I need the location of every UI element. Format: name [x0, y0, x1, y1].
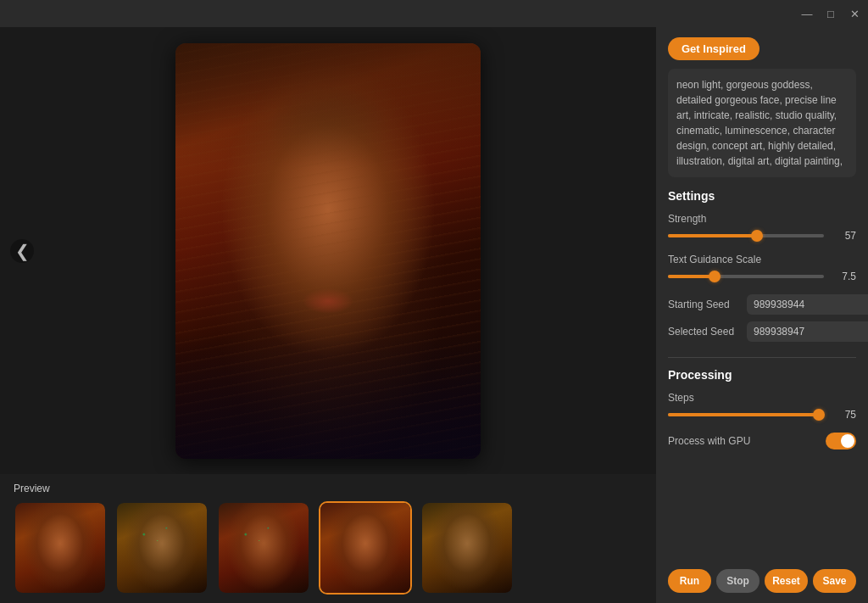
steps-slider[interactable]: [668, 413, 824, 416]
starting-seed-input[interactable]: [747, 294, 868, 315]
prompt-text: neon light, gorgeous goddess, detailed g…: [668, 69, 856, 177]
processing-title: Processing: [668, 368, 856, 382]
main-content: ❮ Preview: [0, 27, 868, 603]
steps-value: 75: [831, 409, 856, 421]
get-inspired-button[interactable]: Get Inspired: [668, 37, 760, 60]
image-area: ❮: [0, 27, 656, 474]
thumb-face-2: [117, 503, 207, 593]
text-guidance-track: [668, 275, 715, 278]
gpu-label: Process with GPU: [668, 435, 750, 447]
thumb-face-3: [219, 503, 309, 593]
thumbnail-1[interactable]: [14, 501, 107, 595]
text-guidance-label: Text Guidance Scale: [668, 254, 856, 265]
thumbnail-3[interactable]: [217, 501, 310, 595]
text-guidance-slider-row: 7.5: [668, 271, 856, 282]
strength-thumb[interactable]: [751, 230, 763, 242]
selected-seed-input[interactable]: [747, 321, 868, 342]
text-guidance-slider[interactable]: [668, 275, 824, 278]
main-image: [175, 43, 481, 459]
selected-seed-label: Selected Seed: [668, 326, 740, 338]
toggle-knob: [841, 434, 854, 448]
prev-image-button[interactable]: ❮: [10, 239, 34, 263]
preview-label: Preview: [14, 483, 643, 494]
starting-seed-row: Starting Seed ↻: [668, 294, 856, 315]
strength-label: Strength: [668, 213, 856, 225]
close-button[interactable]: ✕: [848, 7, 861, 20]
strength-slider[interactable]: [668, 234, 824, 237]
thumb-face-4: [320, 503, 410, 593]
strength-slider-row: 57: [668, 230, 856, 242]
save-button[interactable]: Save: [813, 569, 856, 593]
minimize-button[interactable]: —: [800, 7, 814, 20]
action-buttons: Run Stop Reset Save: [668, 562, 856, 593]
preview-strip: Preview: [0, 474, 656, 603]
run-button[interactable]: Run: [668, 569, 711, 593]
strength-value: 57: [831, 230, 856, 242]
steps-track: [668, 413, 819, 416]
text-guidance-value: 7.5: [831, 271, 856, 282]
text-guidance-thumb[interactable]: [709, 271, 721, 282]
steps-label: Steps: [668, 392, 856, 404]
steps-slider-row: 75: [668, 409, 856, 421]
preview-thumbnails: [14, 501, 643, 595]
gpu-toggle[interactable]: [826, 433, 856, 449]
divider-1: [668, 357, 856, 358]
settings-title: Settings: [668, 189, 856, 203]
titlebar: — □ ✕: [0, 0, 868, 27]
strength-track: [668, 234, 757, 237]
thumbnail-2[interactable]: [115, 501, 209, 595]
gpu-toggle-row: Process with GPU: [668, 433, 856, 449]
selected-seed-row: Selected Seed: [668, 321, 856, 342]
right-panel: Get Inspired neon light, gorgeous goddes…: [656, 27, 868, 603]
thumb-face-5: [422, 503, 512, 593]
reset-button[interactable]: Reset: [765, 569, 808, 593]
thumb-face-1: [15, 503, 105, 593]
left-panel: ❮ Preview: [0, 27, 656, 603]
steps-thumb[interactable]: [813, 409, 825, 421]
thumbnail-5[interactable]: [420, 501, 514, 595]
starting-seed-label: Starting Seed: [668, 299, 740, 310]
maximize-button[interactable]: □: [824, 7, 837, 20]
stop-button[interactable]: Stop: [716, 569, 760, 593]
thumbnail-4[interactable]: [319, 501, 412, 595]
